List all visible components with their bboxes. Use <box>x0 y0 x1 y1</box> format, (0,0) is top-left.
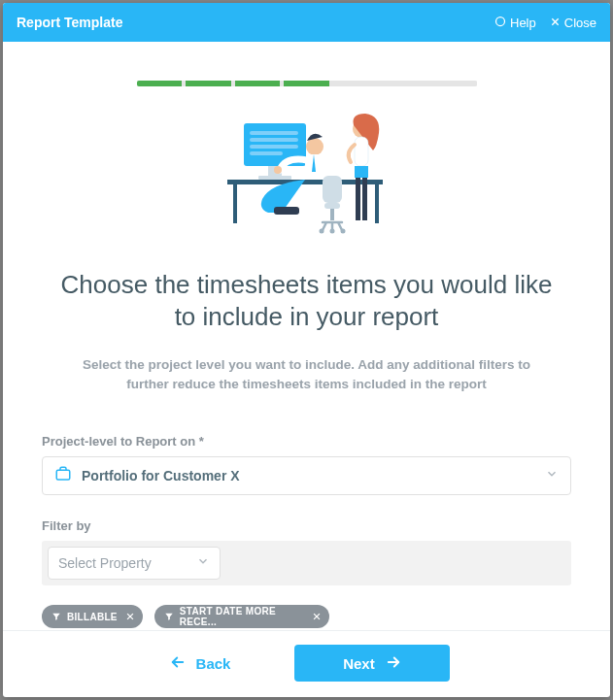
chip-label: START DATE MORE RECE... <box>180 606 304 627</box>
desk-illustration <box>210 106 404 251</box>
close-label: Close <box>564 16 596 30</box>
progress-segment <box>284 81 329 86</box>
project-level-select[interactable]: Portfolio for Customer X <box>42 456 571 495</box>
chip-label: BILLABLE <box>67 612 118 622</box>
svg-rect-20 <box>323 176 342 203</box>
progress-segment <box>186 81 231 86</box>
close-icon <box>550 16 561 30</box>
filter-chips: BILLABLESTART DATE MORE RECE... <box>42 605 571 628</box>
svg-point-24 <box>329 229 334 234</box>
svg-rect-26 <box>56 470 70 480</box>
svg-rect-4 <box>250 145 298 149</box>
modal-header: Report Template Help Close <box>3 3 610 42</box>
chevron-down-icon <box>196 554 210 572</box>
progress-segment <box>137 81 183 86</box>
progress-bar <box>137 81 477 86</box>
svg-rect-2 <box>250 131 298 135</box>
progress-segment <box>382 81 427 86</box>
back-label: Back <box>196 655 231 672</box>
arrow-right-icon <box>385 653 402 674</box>
help-icon <box>494 16 506 30</box>
project-level-label: Project-level to Report on * <box>42 434 571 449</box>
svg-point-18 <box>274 166 282 174</box>
progress-segment <box>235 81 281 86</box>
page-heading: Choose the timesheets items you would li… <box>51 269 562 332</box>
svg-point-0 <box>496 17 505 25</box>
chevron-down-icon <box>545 467 559 484</box>
next-label: Next <box>343 655 375 672</box>
chip-remove-icon[interactable] <box>125 612 135 621</box>
filter-chip[interactable]: BILLABLE <box>42 605 143 628</box>
svg-point-25 <box>340 229 345 234</box>
help-button[interactable]: Help <box>494 16 536 30</box>
svg-rect-19 <box>274 207 299 215</box>
svg-rect-7 <box>258 176 291 180</box>
filter-row: Select Property <box>42 541 571 585</box>
chip-remove-icon[interactable] <box>312 612 322 621</box>
filter-property-select[interactable]: Select Property <box>48 547 221 580</box>
svg-rect-12 <box>355 137 368 166</box>
header-actions: Help Close <box>494 16 596 30</box>
svg-point-16 <box>306 138 324 155</box>
filter-by-label: Filter by <box>42 518 571 533</box>
svg-rect-15 <box>362 178 367 220</box>
arrow-left-icon <box>169 653 187 674</box>
svg-rect-10 <box>375 184 379 223</box>
funnel-icon <box>164 612 174 621</box>
modal-body: Choose the timesheets items you would li… <box>3 42 610 630</box>
progress-segment <box>431 81 477 86</box>
illustration <box>42 106 571 251</box>
page-subheading: Select the project level you want to inc… <box>61 355 552 393</box>
modal-footer: Back Next <box>3 630 610 697</box>
svg-rect-9 <box>233 184 237 223</box>
back-button[interactable]: Back <box>163 653 237 674</box>
project-level-value: Portfolio for Customer X <box>82 468 545 483</box>
svg-point-23 <box>319 229 324 234</box>
svg-rect-3 <box>250 138 298 142</box>
next-button[interactable]: Next <box>294 645 450 682</box>
report-template-modal: Report Template Help Close <box>3 3 610 697</box>
close-button[interactable]: Close <box>550 16 596 30</box>
svg-rect-22 <box>330 209 334 220</box>
modal-title: Report Template <box>17 15 494 30</box>
svg-rect-14 <box>356 178 360 220</box>
portfolio-icon <box>54 465 72 486</box>
progress-wrap <box>42 81 571 86</box>
filter-chip[interactable]: START DATE MORE RECE... <box>154 605 329 628</box>
svg-rect-21 <box>324 203 340 209</box>
progress-segment <box>333 81 379 86</box>
svg-rect-5 <box>250 151 283 155</box>
funnel-icon <box>51 612 61 621</box>
filter-placeholder: Select Property <box>58 555 196 571</box>
help-label: Help <box>510 16 536 30</box>
svg-rect-13 <box>355 166 368 178</box>
